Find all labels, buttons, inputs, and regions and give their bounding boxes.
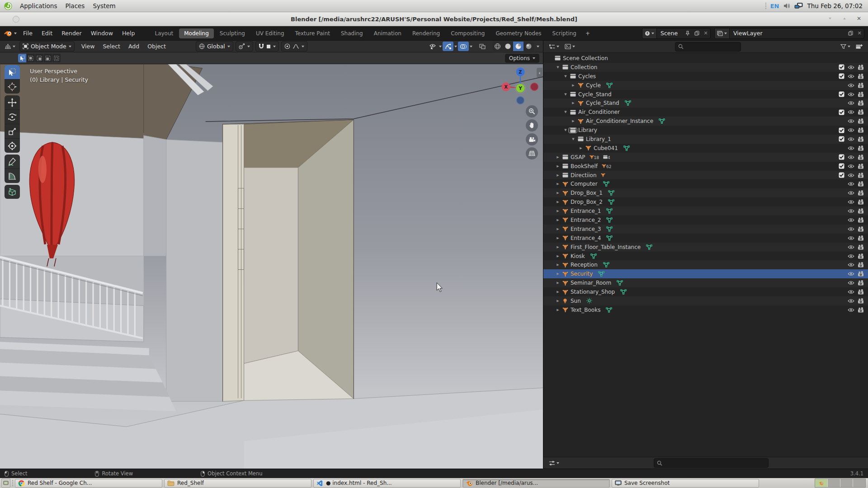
outliner-row-drop-box-1[interactable]: ▶Drop_Box_1 [543,188,868,197]
move-tool[interactable] [5,95,20,110]
render-camera-icon[interactable] [856,127,865,133]
mesh-data-icon[interactable] [606,83,613,88]
hide-eye-icon[interactable] [846,254,856,258]
tab-texture-paint[interactable]: Texture Paint [290,28,335,38]
outliner-row-cycle-stand[interactable]: ▼Cycle_Stand [543,90,868,99]
hide-eye-icon[interactable] [846,128,856,132]
render-camera-icon[interactable] [856,145,865,151]
hide-eye-icon[interactable] [846,164,856,169]
outliner-row-entrance-1[interactable]: ▶Entrance_1 [543,206,868,216]
render-camera-icon[interactable] [856,235,865,241]
show-desktop-button[interactable] [1,479,10,488]
menu-file[interactable]: File [19,30,37,37]
transform-tool[interactable] [5,139,20,153]
exclude-checkbox[interactable] [837,109,846,115]
render-camera-icon[interactable] [856,208,865,214]
render-camera-icon[interactable] [856,280,865,286]
render-camera-icon[interactable] [856,74,865,79]
render-camera-icon[interactable] [856,118,865,124]
menu-edit[interactable]: Edit [37,30,57,37]
menu-render[interactable]: Render [57,30,86,37]
render-camera-icon[interactable] [856,155,865,160]
hide-eye-icon[interactable] [846,218,856,222]
outliner-row-air-conditioner[interactable]: ▼Air_Conditioner [543,108,868,117]
pan-button[interactable] [526,119,538,131]
tab-rendering[interactable]: Rendering [407,28,445,38]
shading-material-button[interactable] [513,42,524,51]
hide-eye-icon[interactable] [846,173,856,178]
viewport-scene[interactable] [0,64,543,469]
expander-icon[interactable]: ▶ [555,182,561,186]
hide-eye-icon[interactable] [846,74,856,79]
mesh-data-icon[interactable] [620,289,627,295]
mesh-data-icon[interactable] [606,307,612,313]
collection-icon[interactable] [576,136,585,141]
viewport-menu-object[interactable]: Object [143,43,170,50]
outliner-row-entrance-4[interactable]: ▶Entrance_4 [543,234,868,243]
exclude-checkbox[interactable] [837,127,846,133]
tab-compositing[interactable]: Compositing [446,28,490,38]
shading-rendered-button[interactable] [524,42,534,51]
outliner-row-library-1[interactable]: ▼Library_1 [543,135,868,144]
new-viewlayer-icon[interactable] [846,28,855,38]
mesh-data-icon[interactable] [608,190,614,196]
mesh-data-icon[interactable] [590,253,597,259]
collection-icon[interactable] [569,110,577,115]
render-camera-icon[interactable] [856,253,865,259]
unlink-scene-icon[interactable]: ✕ [701,28,710,38]
outliner-row-cycle[interactable]: ▶Cycle [543,81,868,90]
axis-neg-x-ball[interactable] [531,83,538,91]
mesh-icon[interactable] [584,145,592,150]
mesh-data-icon[interactable] [646,244,652,250]
mesh-icon[interactable] [561,209,569,214]
outliner-row-text-books[interactable]: ▶Text_Books [543,305,868,314]
collection-icon[interactable] [553,56,561,61]
shading-solid-button[interactable] [503,42,513,51]
outliner-row-security[interactable]: ▶Security [543,269,868,278]
scene-icon[interactable] [642,28,657,38]
render-camera-icon[interactable] [856,271,865,277]
tab-geometry-nodes[interactable]: Geometry Nodes [491,28,546,38]
mesh-icon[interactable] [561,244,569,249]
expander-icon[interactable]: ▶ [555,308,561,312]
collection-icon[interactable] [569,128,577,133]
mesh-icon[interactable] [561,263,569,267]
viewport-3d[interactable]: User Perspective (0) Library | Security [0,64,543,469]
expander-icon[interactable]: ▶ [555,290,561,294]
hide-eye-icon[interactable] [846,146,856,150]
expander-icon[interactable]: ▼ [562,110,569,114]
distro-logo-icon[interactable] [4,2,13,10]
mesh-icon[interactable] [561,281,569,286]
mesh-icon[interactable] [561,191,569,196]
properties-editor-type-button[interactable] [547,458,561,468]
taskbar-task-red-shelf-google-ch[interactable]: Red Shelf - Google Ch... [15,479,162,488]
measure-tool[interactable] [5,169,20,183]
workspace-cell-1[interactable] [815,479,828,487]
hide-eye-icon[interactable] [846,92,856,97]
mesh-icon[interactable] [576,83,585,88]
expander-icon[interactable]: ▶ [555,155,561,159]
desktop-menu-places[interactable]: Places [61,2,89,9]
mesh-icon[interactable] [561,182,569,187]
outliner-row-drop-box-2[interactable]: ▶Drop_Box_2 [543,197,868,206]
mesh-data-icon[interactable] [625,100,631,106]
taskbar-task-index-html-red-sh[interactable]: ● index.html - Red_Sh... [313,479,461,488]
outliner-row-cycles[interactable]: ▼Cycles [543,72,868,81]
mesh-icon[interactable] [561,226,569,231]
pin-icon[interactable] [683,28,692,38]
editor-type-button[interactable] [3,42,17,51]
mesh-icon[interactable] [561,235,569,240]
maximize-button[interactable] [841,15,848,22]
close-button[interactable]: ✕ [855,15,863,22]
render-camera-icon[interactable] [856,92,865,97]
exclude-checkbox[interactable] [837,163,846,169]
expander-icon[interactable]: ▶ [555,200,561,204]
select-subtract-button[interactable] [44,54,52,62]
outliner-row-stationary-shop[interactable]: ▶Stationary_Shop [543,287,868,296]
render-camera-icon[interactable] [856,100,865,106]
collection-icon[interactable] [561,173,569,178]
outliner-row-entrance-3[interactable]: ▶Entrance_3 [543,225,868,234]
camera-view-button[interactable] [526,133,538,145]
mesh-data-icon[interactable] [617,280,623,286]
render-camera-icon[interactable] [856,109,865,115]
